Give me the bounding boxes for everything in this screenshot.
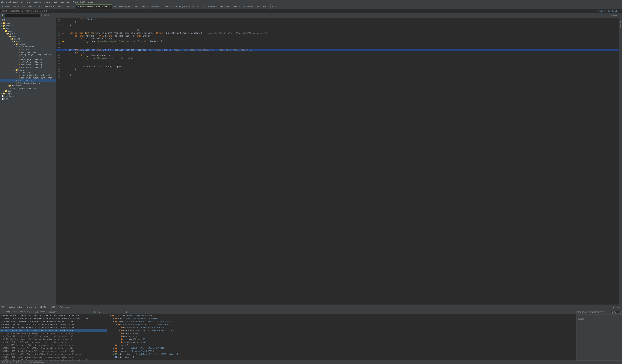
sidebar-item-loginPage[interactable]: m loginPage():String	[0, 66, 56, 69]
sidebar-item-main[interactable]: ▼ 📁 main	[0, 30, 56, 32]
close-debug-button[interactable]: ✕	[34, 306, 37, 309]
var-response[interactable]: ▶ response = {ResponseFacade@5778}	[107, 350, 577, 353]
sidebar-item-Controller[interactable]: ▼ 📁 Controller	[0, 43, 56, 45]
tabs-more-button[interactable]: ▾	[271, 5, 274, 8]
sidebar-item-MainRealm[interactable]: ▼ ☕ MainRealm	[0, 71, 56, 74]
sidebar-item-IndexPage[interactable]: m IndexPage():String	[0, 63, 56, 66]
decompile-info: 反编译 .class文件, 字节码版本: 52.0 (Java 8)	[1, 10, 48, 12]
var-this-index[interactable]: ▶ this.index = 1	[107, 356, 577, 359]
var-appliedPaths[interactable]: ▶ appliedPaths = {LinkedHashMap@7033} si…	[107, 329, 577, 332]
more-button[interactable]: ⋯	[102, 310, 106, 314]
stack-item-onPreHandle[interactable]: onPreHandle:62, AnonymousFilter (org.apa…	[0, 314, 107, 317]
sidebar-item-target[interactable]: ▶ 📁 target	[0, 92, 56, 95]
tab-PathMatchingFilter[interactable]: ● PathMatchingFilter.class ✕	[206, 4, 242, 9]
tab-console[interactable]: 控制台	[48, 306, 58, 309]
stack-item-doFilter-166[interactable]: doFilter:166, ApplicationFilterChain (or…	[0, 356, 107, 359]
sidebar-item-doGetAuthenticationInfo[interactable]: m doGetAuthenticationInfo(Au...	[0, 74, 56, 77]
var-this-filters[interactable]: ▶ this.filters = {SimpleNamedFilterList@…	[107, 353, 577, 356]
tab-actuator[interactable]: Actuator	[58, 306, 71, 309]
stack-item-preHandle[interactable]: preHandle:189, PathMatchingFilter (org.a…	[0, 320, 107, 323]
tab-AbstractFilterChain[interactable]: ● AbstractFilterChain.class ✕	[0, 4, 37, 9]
var-servletContext[interactable]: ▶ servletContext = null	[107, 341, 577, 344]
var-this[interactable]: ▼ this = {ProxiedFilterChain@7047}	[107, 314, 577, 317]
stack-item-internalDoFilter[interactable]: internalDoFilter:193, ApplicationFilterC…	[0, 353, 107, 356]
stack-item-execute[interactable]: execute:383, DelegatingSubject (org.apac…	[0, 344, 107, 347]
sidebar-item-src[interactable]: ▼ 📁 src	[0, 27, 56, 30]
sidebar-item-com[interactable]: ▼ 📁 com	[0, 35, 56, 37]
search-next-icon[interactable]: ▷	[613, 14, 615, 17]
var-filters-0[interactable]: ▼ 0 = {AnonymousFilter@7031} ... toStrin…	[107, 323, 577, 326]
sidebar-item-UserController[interactable]: ▼ ☕ UserController	[0, 45, 56, 48]
folder-icon: 📁	[15, 43, 18, 45]
var-pathMatcher[interactable]: ▶ pathMatcher = {AntPathMatcher@7032}	[107, 326, 577, 329]
var-enabled[interactable]: ▶ enabled = true	[107, 332, 577, 335]
asm-plugin-label[interactable]: ASMPlugin	[620, 18, 622, 28]
sidebar-item-java[interactable]: ▼ 📁 java	[0, 32, 56, 35]
tab-debugger[interactable]: 调试器	[38, 306, 48, 309]
sidebar-item-images[interactable]: ▶ 📁 images	[0, 24, 56, 27]
sidebar-item-Shiro[interactable]: ▼ 📁 Shiro	[0, 69, 56, 71]
code-editor[interactable]: 30 this.index = 0; 31 } 32 }	[56, 18, 619, 305]
tab-WebUtils[interactable]: ● WebUtils.class ✕	[150, 4, 174, 9]
prev-watch-button[interactable]: ←	[116, 310, 120, 314]
tabs-settings[interactable]: ⚙	[274, 5, 277, 8]
filter-button[interactable]: ▽	[98, 310, 101, 314]
var-obj-icon	[115, 350, 117, 352]
var-orig[interactable]: ▶ orig = {ApplicationFilterChain@5779}	[107, 317, 577, 320]
sidebar-item-application-properties[interactable]: ⚙ application.properties	[0, 87, 56, 90]
tab-AdviceFilter[interactable]: ● AdviceFilter.class ✕	[242, 4, 271, 9]
var-index[interactable]: ▶ index = 1	[107, 344, 577, 347]
sidebar-item-gitignore[interactable]: 📄 .gitignore	[0, 95, 56, 98]
stack-item-executeChain[interactable]: executeChain:449, AbstractShiroFilter (o…	[0, 332, 107, 335]
stack-item-doFilterInternal-99[interactable]: doFilterInternal:99, RequestContextFilte…	[0, 359, 107, 361]
stack-item-doCall[interactable]: doCall:90, SubjectCallable (org.apache.s…	[0, 338, 107, 341]
sidebar-item-helloPage[interactable]: m helloPage():String	[0, 61, 56, 63]
sidebar-item-vuln[interactable]: ▼ 📁 vuln	[0, 40, 56, 43]
search-close-icon[interactable]: ✕	[619, 14, 621, 17]
sidebar-item-ShiroConfig[interactable]: ▶ ☕ ShiroConfig	[0, 79, 56, 82]
next-watch-button[interactable]: →	[120, 310, 124, 314]
no-watch-label: 无监视	[578, 317, 621, 320]
sidebar-item-test[interactable]: ▶ 📁 test	[0, 90, 56, 92]
download-source-button[interactable]: 下载源代码	[597, 10, 606, 12]
sidebar-item-errorPage[interactable]: m errorPage():String	[0, 58, 56, 61]
search-input[interactable]	[5, 14, 40, 17]
stack-item-doFilter-66[interactable]: ● doFilter:66, ProxiedFilterChain (org.a…	[0, 329, 107, 332]
copy-watch-button[interactable]: ⧉	[125, 310, 128, 314]
tab-AnonymousFilter[interactable]: ● AnonymousFilter.class ✕	[174, 4, 206, 9]
sidebar-item-mvn[interactable]: ▶ 📁 .mvn	[0, 22, 56, 24]
resume-button[interactable]: ▶	[94, 310, 97, 314]
tab-SimpleNamedFilterList[interactable]: ● SimpleNamedFilterList.class ✕	[37, 4, 76, 9]
sidebar-item-ShirodemoApplication[interactable]: ☕ ShirodemoApplication	[0, 82, 56, 84]
var-filters[interactable]: ▼ filters = {SimpleNamedFilterList@5915}…	[107, 320, 577, 323]
var-filterConfig[interactable]: ▶ filterConfig = null	[107, 338, 577, 341]
settings-button[interactable]: ⚙	[612, 306, 616, 309]
search-filter-icon[interactable]: ▽	[618, 14, 619, 17]
var-request[interactable]: ▶ request = {ShiroHttpServletRequest@704…	[107, 347, 577, 350]
tab-OncePerRequestFilter[interactable]: ● OncePerRequestFilter.class ✕	[112, 4, 150, 9]
sidebar-item-admin[interactable]: m admin():String	[0, 48, 56, 51]
stack-item-call-83[interactable]: call:83, SubjectCallable (org.apache.shi…	[0, 341, 107, 344]
minimize-button[interactable]: —	[617, 306, 621, 309]
stack-item-call-365[interactable]: call:365, AbstractShiroFilter$1 (org.apa…	[0, 335, 107, 338]
sidebar-item-resources[interactable]: ▼ 📁 resources	[0, 84, 56, 87]
search-prev-icon[interactable]: ◁	[611, 14, 613, 17]
eval-dropdown[interactable]: 评估...	[611, 311, 621, 314]
var-num-icon	[115, 345, 117, 346]
stack-item-doFilter-125-2[interactable]: doFilter:125, OncePerRequestFilter (org.…	[0, 350, 107, 353]
select-source-button[interactable]: 选择源(S)...	[608, 10, 621, 12]
search-options-icon[interactable]: ⊞	[615, 14, 617, 17]
sidebar-item-doLoginPage[interactable]: m doLoginPage(String, String, ...	[0, 53, 56, 58]
tab-ProxiedFilterChain[interactable]: ● ProxiedFilterChain.class ✕	[76, 4, 112, 9]
add-watch-button[interactable]: +	[108, 310, 111, 314]
var-name[interactable]: ▶ name = "anon"	[107, 335, 577, 338]
stack-item-doFilter-362[interactable]: doFilter:362, AbstractShiroFilter (org.a…	[0, 347, 107, 350]
stack-item-isFilterChainContinued[interactable]: isFilterChainContinued:214, PathMatching…	[0, 317, 107, 320]
sidebar-item-shiro[interactable]: ▼ 📁 shiro	[0, 37, 56, 40]
stack-item-doFilter-125[interactable]: doFilter:125, OncePerRequestFilter (org.…	[0, 326, 107, 329]
remove-watch-button[interactable]: —	[111, 310, 115, 314]
stack-item-doFilterInternal-131[interactable]: doFilterInternal:131, AdviceFilter (org.…	[0, 323, 107, 326]
sidebar-item-mvnw[interactable]: 📄 mvnw	[0, 98, 56, 100]
sidebar-item-doGetAuthorizationInfo[interactable]: m doGetAuthorizationInfo(Prin...	[0, 77, 56, 79]
sidebar-item-demo[interactable]: m demo():String	[0, 51, 56, 53]
